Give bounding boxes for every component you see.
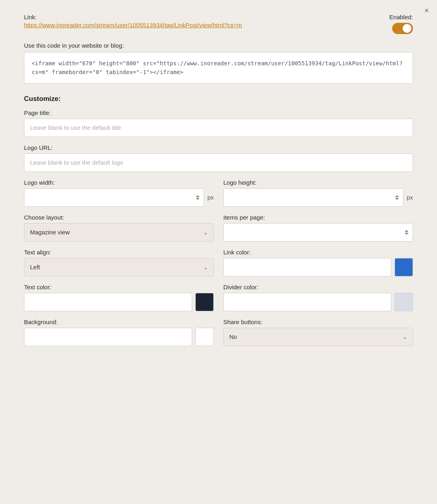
- items-per-page-spinner[interactable]: 20: [223, 223, 413, 242]
- logo-width-value[interactable]: Auto: [30, 194, 196, 201]
- embed-code[interactable]: <iframe width="670" height="800" src="ht…: [24, 52, 413, 84]
- text-align-label: Text align:: [24, 249, 214, 256]
- link-color-input[interactable]: #296BCC: [223, 258, 391, 276]
- items-per-page-down-arrow[interactable]: [405, 233, 409, 235]
- divider-color-swatch[interactable]: [395, 293, 413, 311]
- share-buttons-select[interactable]: No Yes: [223, 328, 413, 346]
- divider-color-group: Divider color: #D9DDE6: [223, 284, 413, 311]
- logo-height-arrows[interactable]: [395, 195, 399, 200]
- logo-height-unit: px: [407, 194, 413, 201]
- logo-width-arrows[interactable]: [196, 195, 200, 200]
- logo-url-input[interactable]: [24, 153, 413, 172]
- logo-width-down-arrow[interactable]: [196, 198, 200, 200]
- close-button[interactable]: ×: [424, 6, 429, 14]
- divider-color-input[interactable]: #D9DDE6: [223, 293, 391, 311]
- background-group: Background: #FEFEFE: [24, 319, 214, 346]
- toggle-wrapper: [392, 23, 413, 34]
- items-per-page-arrows[interactable]: [405, 230, 409, 235]
- layout-select[interactable]: Magazine view List view Card view: [24, 223, 214, 242]
- logo-height-up-arrow[interactable]: [395, 195, 399, 197]
- logo-height-group: Logo height: Auto px: [223, 179, 413, 207]
- logo-width-up-arrow[interactable]: [196, 195, 200, 197]
- logo-height-label: Logo height:: [223, 179, 413, 186]
- layout-items-row: Choose layout: Magazine view List view C…: [24, 214, 413, 242]
- share-buttons-label: Share buttons:: [223, 319, 413, 325]
- items-per-page-label: Items per page:: [223, 214, 413, 221]
- link-color-swatch[interactable]: [395, 258, 413, 276]
- background-input[interactable]: #FEFEFE: [24, 328, 192, 346]
- items-per-page-group: Items per page: 20: [223, 214, 413, 242]
- text-align-select[interactable]: Left Center Right: [24, 258, 214, 276]
- link-container: Link: https://www.inoreader.com/stream/u…: [24, 14, 242, 28]
- layout-label: Choose layout:: [24, 214, 214, 221]
- textcolor-dividercolor-row: Text color: #1a2433 Divider color: #D9DD…: [24, 284, 413, 311]
- background-row: #FEFEFE: [24, 328, 214, 346]
- link-color-row: #296BCC: [223, 258, 413, 276]
- background-share-row: Background: #FEFEFE Share buttons: No Ye…: [24, 319, 413, 346]
- text-color-swatch[interactable]: [195, 293, 214, 311]
- link-label: Link:: [24, 14, 37, 20]
- enabled-container: Enabled:: [389, 14, 413, 34]
- text-color-row: #1a2433: [24, 293, 214, 311]
- enabled-label: Enabled:: [389, 14, 413, 20]
- text-align-group: Text align: Left Center Right ⌄: [24, 249, 214, 276]
- link-url[interactable]: https://www.inoreader.com/stream/user/10…: [24, 22, 242, 28]
- logo-height-value[interactable]: Auto: [229, 194, 395, 201]
- layout-group: Choose layout: Magazine view List view C…: [24, 214, 214, 242]
- text-color-group: Text color: #1a2433: [24, 284, 214, 311]
- link-enabled-section: Link: https://www.inoreader.com/stream/u…: [24, 14, 413, 34]
- divider-color-row: #D9DDE6: [223, 293, 413, 311]
- link-color-label: Link color:: [223, 249, 413, 256]
- logo-url-label: Logo URL:: [24, 144, 413, 151]
- share-buttons-select-wrapper: No Yes ⌄: [223, 328, 413, 346]
- enabled-toggle[interactable]: [392, 23, 413, 34]
- page-title-label: Page title:: [24, 109, 413, 116]
- divider-color-label: Divider color:: [223, 284, 413, 290]
- logo-dimensions-row: Logo width: Auto px Logo height: Auto: [24, 179, 413, 207]
- logo-height-input-row: Auto px: [223, 188, 413, 207]
- toggle-knob: [403, 24, 411, 33]
- dialog: × Link: https://www.inoreader.com/stream…: [0, 0, 437, 504]
- items-per-page-value[interactable]: 20: [229, 229, 405, 236]
- text-color-input[interactable]: #1a2433: [24, 293, 192, 311]
- logo-width-input-row: Auto px: [24, 188, 214, 207]
- background-swatch[interactable]: [195, 328, 214, 346]
- background-label: Background:: [24, 319, 214, 325]
- logo-width-label: Logo width:: [24, 179, 214, 186]
- embed-label: Use this code in your website or blog:: [24, 42, 413, 49]
- text-color-label: Text color:: [24, 284, 214, 290]
- logo-height-down-arrow[interactable]: [395, 198, 399, 200]
- link-color-group: Link color: #296BCC: [223, 249, 413, 276]
- logo-width-unit: px: [207, 194, 214, 201]
- items-per-page-up-arrow[interactable]: [405, 230, 409, 232]
- text-align-select-wrapper: Left Center Right ⌄: [24, 258, 214, 276]
- embed-section: Use this code in your website or blog: <…: [24, 42, 413, 84]
- share-buttons-group: Share buttons: No Yes ⌄: [223, 319, 413, 346]
- layout-select-wrapper: Magazine view List view Card view ⌄: [24, 223, 214, 242]
- align-linkcolor-row: Text align: Left Center Right ⌄ Link col…: [24, 249, 413, 276]
- page-title-input[interactable]: [24, 119, 413, 137]
- customize-heading: Customize:: [24, 95, 413, 103]
- logo-width-spinner[interactable]: Auto: [24, 188, 204, 207]
- logo-width-group: Logo width: Auto px: [24, 179, 214, 207]
- logo-height-spinner[interactable]: Auto: [223, 188, 403, 207]
